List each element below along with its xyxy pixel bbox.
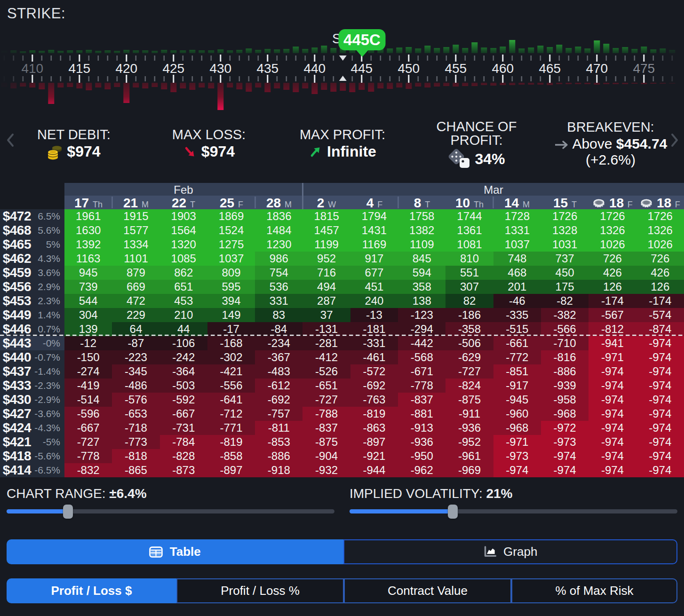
svg-text:455: 455 [445, 61, 467, 76]
svg-text:460: 460 [492, 61, 514, 76]
svg-text:425: 425 [162, 61, 184, 76]
svg-text:420: 420 [115, 61, 137, 76]
svg-text:410: 410 [21, 61, 43, 76]
svg-text:445: 445 [350, 61, 373, 76]
svg-text:470: 470 [586, 61, 608, 76]
svg-text:475: 475 [633, 61, 655, 76]
svg-text:440: 440 [303, 61, 326, 76]
svg-text:445C: 445C [343, 31, 381, 48]
svg-text:415: 415 [68, 61, 90, 76]
svg-text:465: 465 [539, 61, 561, 76]
svg-text:450: 450 [398, 61, 420, 76]
svg-text:430: 430 [209, 61, 231, 76]
svg-text:435: 435 [256, 61, 278, 76]
